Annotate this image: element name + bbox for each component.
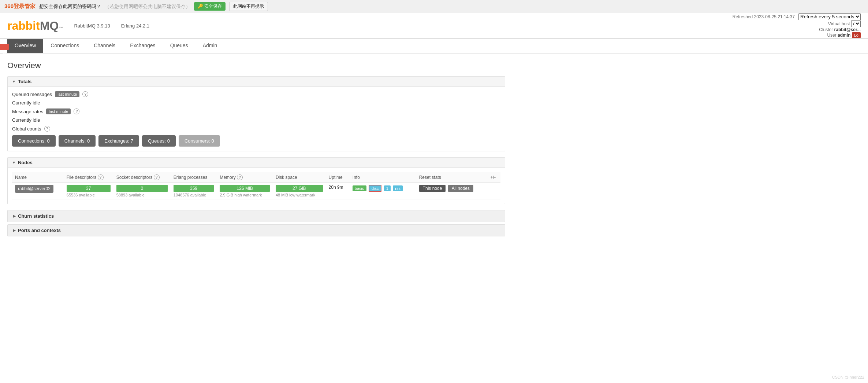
memory-cell: 126 MiB 2.9 GiB high watermark	[217, 183, 273, 199]
this-node-button[interactable]: This node	[419, 185, 446, 192]
logo-rabbit: rabbit	[7, 19, 40, 33]
exchanges-count-btn[interactable]: Exchanges: 7	[98, 135, 139, 147]
app-logo: rabbitMQ™	[7, 19, 63, 33]
queued-messages-help[interactable]: ?	[82, 91, 88, 97]
app-header: rabbitMQ™ RabbitMQ 3.9.13 Erlang 24.2.1 …	[0, 13, 868, 39]
browser-sub-prompt: （若您使用网吧等公共电脑不建议保存）	[105, 3, 190, 10]
col-file-desc: File descriptors ?	[64, 172, 113, 183]
cluster-value: rabbit@ser...	[834, 27, 861, 32]
weibo-tab[interactable]: 微博	[0, 44, 9, 50]
plus-minus-cell	[488, 183, 500, 199]
col-name: Name	[12, 172, 64, 183]
totals-title: Totals	[18, 79, 31, 84]
nodes-title: Nodes	[18, 160, 33, 165]
memory-value: 126 MiB	[220, 185, 270, 192]
nav-tab-admin[interactable]: Admin	[195, 39, 225, 53]
logout-button[interactable]: Lo	[852, 32, 861, 38]
nav-tab-overview[interactable]: Overview	[7, 39, 43, 53]
nodes-table-header: Name File descriptors ? Socket descripto…	[12, 172, 500, 183]
nodes-arrow-icon: ▼	[12, 161, 16, 165]
reset-stats-cell: This node All nodes	[416, 183, 488, 199]
totals-arrow-icon: ▼	[12, 80, 16, 84]
socket-desc-avail: 58893 available	[116, 193, 168, 197]
global-counts-help[interactable]: ?	[44, 126, 50, 132]
queued-messages-badge: last minute	[55, 91, 79, 97]
totals-section-header[interactable]: ▼ Totals	[8, 77, 505, 87]
totals-section-body: Queued messages last minute ? Currently …	[8, 87, 505, 151]
browser-prompt: 想安全保存此网页的密码吗？	[39, 3, 101, 10]
logo-360: 360登录管家	[4, 3, 36, 10]
logo-tm: ™	[59, 26, 63, 31]
disk-space-watermark: 48 MiB low watermark	[276, 193, 323, 197]
nodes-section-header[interactable]: ▼ Nodes	[8, 158, 505, 168]
consumers-count-btn[interactable]: Consumers: 0	[179, 135, 220, 147]
churn-statistics-section[interactable]: ▶ Churn statistics	[7, 210, 505, 222]
table-row: rabbit@server02 37 65536 available 0 588…	[12, 183, 500, 199]
churn-statistics-title: Churn statistics	[18, 213, 54, 219]
totals-section: ▼ Totals Queued messages last minute ? C…	[7, 76, 505, 151]
file-desc-avail: 65536 available	[67, 193, 111, 197]
memory-watermark: 2.9 GiB high watermark	[220, 193, 270, 197]
file-desc-help-icon[interactable]: ?	[98, 174, 104, 180]
vhost-select[interactable]: /	[851, 20, 861, 27]
message-rates-label: Message rates	[12, 109, 43, 114]
connections-count-btn[interactable]: Connections: 0	[12, 135, 56, 147]
ports-contexts-title: Ports and contexts	[18, 228, 61, 233]
col-memory: Memory ?	[217, 172, 273, 183]
disk-space-cell: 27 GiB 48 MiB low watermark	[273, 183, 326, 199]
nodes-table: Name File descriptors ? Socket descripto…	[12, 172, 500, 199]
page-title: Overview	[7, 61, 505, 70]
queues-count-btn[interactable]: Queues: 0	[142, 135, 176, 147]
erlang-version: Erlang 24.2.1	[121, 23, 149, 29]
main-content: Overview ▼ Totals Queued messages last m…	[0, 54, 513, 246]
currently-idle-2-row: Currently idle	[12, 117, 500, 123]
header-right: Refreshed 2023-08-25 21:14:37 Refresh ev…	[733, 13, 861, 38]
browser-bar: 360登录管家 想安全保存此网页的密码吗？ （若您使用网吧等公共电脑不建议保存）…	[0, 0, 868, 13]
user-value: admin	[838, 33, 850, 38]
logo-mq: MQ	[40, 19, 59, 33]
node-name-cell: rabbit@server02	[12, 183, 64, 199]
nav-tab-exchanges[interactable]: Exchanges	[123, 39, 163, 53]
col-plus-minus[interactable]: +/-	[488, 172, 500, 183]
socket-desc-value: 0	[116, 185, 168, 192]
info-num-tag: 1	[384, 185, 391, 191]
currently-idle-2-text: Currently idle	[12, 117, 40, 123]
col-uptime: Uptime	[326, 172, 350, 183]
nodes-section: ▼ Nodes Name File descriptors ? Socket d…	[7, 157, 505, 204]
socket-desc-help-icon[interactable]: ?	[154, 174, 160, 180]
nav-tab-channels[interactable]: Channels	[86, 39, 123, 53]
erlang-proc-avail: 1048576 available	[174, 193, 214, 197]
all-nodes-button[interactable]: All nodes	[448, 185, 473, 192]
socket-desc-cell: 0 58893 available	[113, 183, 171, 199]
cluster-row: Cluster rabbit@ser...	[733, 27, 861, 32]
message-rates-badge: last minute	[46, 108, 71, 114]
header-left: rabbitMQ™ RabbitMQ 3.9.13 Erlang 24.2.1	[7, 19, 149, 33]
col-erlang-proc: Erlang processes	[171, 172, 217, 183]
header-info: RabbitMQ 3.9.13 Erlang 24.2.1	[74, 23, 149, 29]
browser-no-show-button[interactable]: 此网站不再提示	[229, 2, 268, 11]
info-basic-tag: basic	[353, 185, 366, 191]
memory-help-icon[interactable]: ?	[237, 174, 243, 180]
counts-row: Connections: 0 Channels: 0 Exchanges: 7 …	[12, 135, 500, 147]
file-desc-cell: 37 65536 available	[64, 183, 113, 199]
uptime-value: 20h 9m	[329, 185, 343, 190]
uptime-cell: 20h 9m	[326, 183, 350, 199]
col-reset-stats: Reset stats	[416, 172, 488, 183]
info-disc-tag: disc	[369, 185, 382, 192]
ports-contexts-section[interactable]: ▶ Ports and contexts	[7, 224, 505, 236]
currently-idle-1-row: Currently idle	[12, 100, 500, 106]
global-counts-label: Global counts	[12, 126, 41, 132]
queued-messages-row: Queued messages last minute ?	[12, 91, 500, 97]
erlang-proc-cell: 359 1048576 available	[171, 183, 217, 199]
refreshed-text: Refreshed 2023-08-25 21:14:37	[733, 14, 795, 19]
nav-tab-queues[interactable]: Queues	[163, 39, 195, 53]
nav-tab-connections[interactable]: Connections	[43, 39, 86, 53]
col-socket-desc: Socket descriptors ?	[113, 172, 171, 183]
browser-save-button[interactable]: 🔑 安全保存	[194, 2, 226, 11]
info-rss-tag: rss	[393, 185, 403, 191]
refresh-select[interactable]: Refresh every 5 seconds	[798, 13, 861, 20]
message-rates-help[interactable]: ?	[74, 108, 79, 114]
channels-count-btn[interactable]: Channels: 0	[59, 135, 96, 147]
file-desc-value: 37	[67, 185, 111, 192]
currently-idle-1-text: Currently idle	[12, 100, 40, 106]
